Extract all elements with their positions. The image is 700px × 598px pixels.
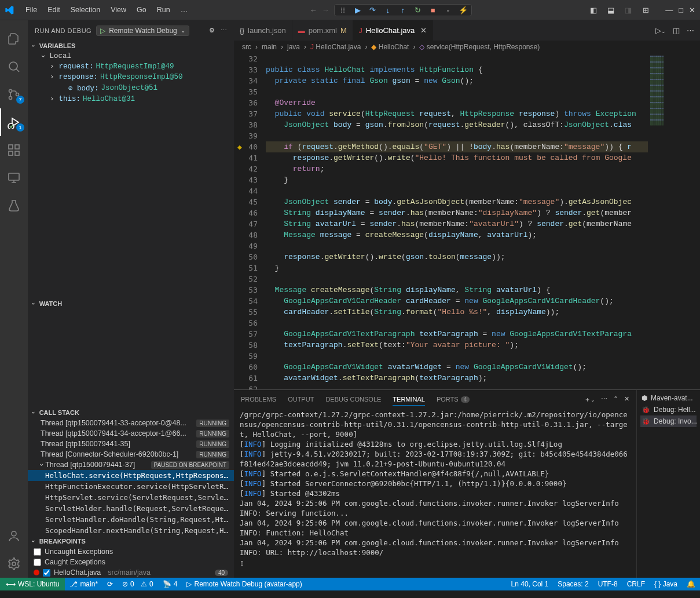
panel-tab-debug-console[interactable]: DEBUG CONSOLE [325,393,381,405]
close-tab-icon[interactable]: ✕ [420,26,427,35]
thread-item[interactable]: Thread [qtp1500079441-34-acceptor-1@66..… [28,428,234,439]
breadcrumb-item[interactable]: java [287,43,300,51]
stack-frame[interactable]: HttpFunctionExecutor.service(HttpServlet… [28,481,234,492]
variable-item[interactable]: response: HttpResponseImpl@50 [28,72,234,82]
menu-view[interactable]: View [106,3,131,16]
restart-icon[interactable]: ↻ [413,6,423,14]
stop-icon[interactable]: ■ [428,6,438,14]
stack-frame[interactable]: HelloChat.service(HttpRequest,HttpRespon… [28,470,234,481]
step-over-icon[interactable]: ↷ [368,6,378,14]
step-out-icon[interactable]: ↑ [398,6,408,14]
code-content[interactable]: public class HelloChat implements HttpFu… [266,53,648,389]
callstack-header[interactable]: CALL STACK [28,407,234,418]
variables-header[interactable]: VARIABLES [28,41,234,51]
git-branch[interactable]: ⎇main* [65,578,102,590]
more-icon[interactable]: ⋯ [221,27,227,34]
step-into-icon[interactable]: ↓ [383,6,393,14]
menu-edit[interactable]: Edit [43,3,65,16]
gear-icon[interactable]: ⚙ [209,27,215,34]
terminal-output[interactable]: /grpc/grpc-context/1.27.2/grpc-context-1… [234,409,636,578]
activity-explorer[interactable] [0,25,28,53]
breakpoint-item[interactable]: HelloChat.javasrc/main/java40 [28,567,234,578]
activity-settings[interactable] [0,550,28,578]
thread-paused[interactable]: Thread [qtp1500079441-37]PAUSED ON BREAK… [28,460,234,470]
menu-go[interactable]: Go [132,3,151,16]
editor-tab[interactable]: JHelloChat.java✕ [353,20,434,41]
stack-frame[interactable]: ServletHolder.handle(Request,ServletRequ… [28,503,234,514]
menu-…[interactable]: … [176,3,193,16]
breakpoint-checkbox[interactable] [34,559,41,566]
activity-extensions[interactable] [0,136,28,164]
terminal-instance[interactable]: 🐞Debug: Invo... [640,415,697,427]
panel-tab-terminal[interactable]: TERMINAL [393,393,425,406]
minimap[interactable]: ████ ██ ███████ ██████ ██ ███████ ██████… [648,53,700,389]
stack-frame[interactable]: ServletHandler.doHandle(String,Request,H… [28,514,234,525]
scope-local[interactable]: Local [28,51,234,61]
variable-item[interactable]: request: HttpRequestImpl@49 [28,61,234,72]
breadcrumb-item[interactable]: J HelloChat.java [310,43,361,51]
activity-search[interactable] [0,53,28,81]
menu-file[interactable]: File [21,3,42,16]
panel-more-icon[interactable]: ⋯ [601,395,607,404]
new-terminal-icon[interactable]: ＋⌄ [584,395,595,404]
minimize-icon[interactable]: ― [665,6,673,14]
breadcrumb-item[interactable]: main [262,43,277,51]
breadcrumb-item[interactable]: ◇ service(HttpRequest, HttpResponse) [419,43,540,51]
panel-close-icon[interactable]: ✕ [624,395,629,404]
breadcrumb-item[interactable]: ◆ HelloChat [371,43,409,51]
language-mode[interactable]: { } Java [650,578,682,590]
nav-forward-icon[interactable]: → [322,6,329,14]
hot-reload-icon[interactable]: ⚡ [459,6,468,14]
close-window-icon[interactable]: ✕ [689,6,695,14]
editor-tab[interactable]: {}launch.json [234,20,292,41]
breadcrumb-item[interactable]: src [242,43,251,51]
maximize-icon[interactable]: □ [679,6,683,14]
stop-dropdown-icon[interactable]: ⌄ [444,7,453,13]
activity-source-control[interactable]: 7 [0,81,28,108]
start-debug-icon[interactable]: ▷ [100,27,105,35]
debug-config-selector[interactable]: ▷ Remote Watch Debug ⌄ [96,25,189,36]
panel-tab-ports[interactable]: PORTS4 [437,393,470,405]
watch-header[interactable]: WATCH [28,298,234,309]
git-sync[interactable]: ⟳ [102,578,118,590]
menu-run[interactable]: Run [152,3,175,16]
cursor-position[interactable]: Ln 40, Col 1 [507,578,554,590]
ports-status[interactable]: 📡4 [158,578,182,590]
breakpoint-item[interactable]: Caught Exceptions [28,557,234,567]
thread-item[interactable]: Thread [qtp1500079441-35]RUNNING [28,439,234,449]
panel-tab-output[interactable]: OUTPUT [288,393,314,405]
panel-maximize-icon[interactable]: ⌃ [613,395,618,404]
notifications[interactable]: 🔔 [682,578,700,590]
breadcrumb[interactable]: srcmainjavaJ HelloChat.java◆ HelloChat◇ … [234,41,700,53]
indentation[interactable]: Spaces: 2 [553,578,593,590]
nav-back-icon[interactable]: ← [310,6,317,14]
panel-tab-problems[interactable]: PROBLEMS [241,393,276,405]
variable-item[interactable]: ⊘ body: JsonObject@51 [28,82,234,94]
split-editor-icon[interactable]: ◫ [673,26,680,35]
menu-selection[interactable]: Selection [66,3,105,16]
editor-more-icon[interactable]: ⋯ [687,26,694,35]
stack-frame[interactable]: HttpServlet.service(ServletRequest,Servl… [28,492,234,503]
activity-testing[interactable] [0,192,28,220]
run-editor-icon[interactable]: ▷⌄ [655,26,666,35]
variable-item[interactable]: this: HelloChat@31 [28,94,234,104]
stack-frame[interactable]: ScopedHandler.nextHandle(String,Request,… [28,525,234,536]
thread-item[interactable]: Thread [Connector-Scheduler-6920b0bc-1]R… [28,449,234,460]
eol[interactable]: CRLF [622,578,650,590]
terminal-instance[interactable]: ⬢Maven-avat... [640,392,697,404]
continue-icon[interactable]: ▶ [353,6,362,14]
terminal-instance[interactable]: 🐞Debug: Hell... [640,404,697,415]
layout-left-icon[interactable]: ◧ [589,5,598,14]
problems-status[interactable]: ⊘0 ⚠0 [118,578,158,590]
breakpoint-checkbox[interactable] [34,548,41,556]
layout-right-icon[interactable]: ◨ [624,5,633,14]
breakpoint-checkbox[interactable] [43,569,50,577]
layout-bottom-icon[interactable]: ⬓ [606,5,615,14]
activity-debug[interactable]: 1 [0,108,28,136]
grip-icon[interactable]: ⁞⁞ [338,6,347,14]
remote-indicator[interactable]: ⟷WSL: Ubuntu [0,578,65,590]
editor-tab[interactable]: ▬pom.xmlM [292,20,353,41]
activity-remote-explorer[interactable] [0,164,28,192]
encoding[interactable]: UTF-8 [593,578,622,590]
activity-accounts[interactable] [0,522,28,550]
